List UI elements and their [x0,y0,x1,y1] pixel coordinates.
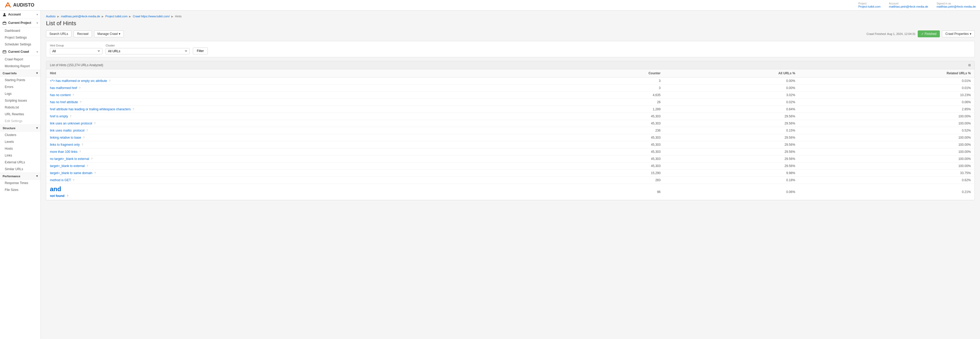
sidebar-item-logs[interactable]: Logs [0,90,40,97]
hint-help-icon[interactable]: ? [86,129,88,132]
sidebar-section-structure[interactable]: Structure ▾ [0,125,40,131]
hint-cell: target=_blank to external ? [46,163,556,170]
all-urls-pct-cell: 29.56% [664,148,799,155]
hint-group-select[interactable]: All [50,48,102,54]
manage-crawl-button[interactable]: Manage Crawl ▾ [94,30,124,37]
hint-cell: has no href attribute ? [46,99,556,106]
related-urls-pct-cell: 33.75% [799,170,974,177]
hint-help-icon[interactable]: ? [82,143,83,146]
sidebar-item-scripting-issues[interactable]: Scripting Issues [0,97,40,104]
logo[interactable]: AUDISTO [4,2,34,9]
cluster-select[interactable]: All URLs [106,48,190,54]
sidebar-item-crawl-report[interactable]: Crawl Report [0,56,40,63]
counter-cell: 4,635 [556,92,664,99]
table-row: and not found ? 96 0.06% 0.21% [46,184,974,200]
hint-cell: <*> has malformed or empty src attribute… [46,78,556,84]
all-urls-pct-cell: 29.56% [664,141,799,148]
signed-in-link[interactable]: matthias.petri@4eck-media.de [937,5,976,8]
filter-button[interactable]: Filter [193,48,208,54]
hint-group-filter: Hint Group All [50,44,102,54]
chevron-icon: ▾ [36,71,38,75]
hint-help-icon[interactable]: ? [91,158,92,160]
sidebar-section-current-crawl[interactable]: Current Crawl ▾ [0,48,40,56]
sidebar-item-hosts[interactable]: Hosts [0,145,40,152]
sidebar-item-robots-txt[interactable]: Robots.txt [0,104,40,111]
sidebar-item-file-sizes[interactable]: File Sizes [0,187,40,193]
hint-help-icon[interactable]: ? [109,79,111,82]
toolbar-left: Search URLs Recrawl Manage Crawl ▾ [46,30,124,37]
hint-cell: href attribute has leading or trailing w… [46,106,556,113]
sidebar-item-external-urls[interactable]: External URLs [0,159,40,166]
chevron-icon: ▾ [37,22,38,24]
table-row: links to fragment only ? 45,303 29.56% 1… [46,141,974,148]
counter-cell: 45,303 [556,155,664,163]
hint-help-icon[interactable]: ? [94,172,96,174]
hint-link[interactable]: <*> has malformed or empty src attribute [50,79,107,83]
breadcrumb-crawl[interactable]: Crawl https://www.tutkit.com/ [133,15,170,18]
hint-link[interactable]: method is GET [50,178,71,182]
counter-cell: 45,303 [556,163,664,170]
sidebar-item-scheduler-settings[interactable]: Scheduler Settings [0,41,40,48]
breadcrumb-current: Hints [175,15,181,18]
account-link[interactable]: matthias.petri@4eck-media.de [889,5,928,8]
chevron-icon: ▾ [37,51,38,53]
sidebar-item-levels[interactable]: Levels [0,138,40,145]
sidebar-item-response-times[interactable]: Response Times [0,180,40,187]
search-urls-button[interactable]: Search URLs [46,30,72,37]
all-urls-pct-cell: 9.98% [664,170,799,177]
sidebar-item-clusters[interactable]: Clusters [0,131,40,138]
hint-help-icon[interactable]: ? [67,195,68,198]
hint-help-icon[interactable]: ? [73,179,74,182]
table-options-icon[interactable]: ⊞ [968,63,971,67]
hint-help-icon[interactable]: ? [80,150,81,154]
sidebar-item-dashboard[interactable]: Dashboard [0,27,40,34]
hint-help-icon[interactable]: ? [87,165,88,168]
toolbar-right: Crawl Finished: Aug 1, 2024, 12:04:31 ✓ … [867,30,975,37]
hint-help-icon[interactable]: ? [79,87,81,90]
sidebar-item-project-settings[interactable]: Project Settings [0,34,40,41]
sidebar-item-edit-settings[interactable]: Edit Settings [0,118,40,125]
hint-help-icon[interactable]: ? [70,115,72,118]
counter-cell: 15,290 [556,170,664,177]
sidebar-section-crawl-info[interactable]: Crawl Info ▾ [0,70,40,77]
sidebar-item-url-rewrites[interactable]: URL Rewrites [0,111,40,118]
col-counter: Counter [556,69,664,78]
hint-help-icon[interactable]: ? [83,136,84,139]
layout: Account ▾ Current Project ▾ Dashboard Pr… [0,11,980,339]
sidebar-section-account[interactable]: Account ▾ [0,11,40,19]
sidebar-item-monitoring-report[interactable]: Monitoring Report [0,63,40,70]
hint-help-icon[interactable]: ? [133,108,134,111]
sidebar-items-structure: Clusters Levels Hosts Links External URL… [0,131,40,173]
related-urls-pct-cell: 0.06% [799,99,974,106]
crawl-properties-button[interactable]: Crawl Properties ▾ [942,30,975,37]
project-link[interactable]: Project tutkit.com [858,5,880,8]
table-row: has malformed href ? 3 0.00% 0.01% [46,84,974,92]
hint-cell: target=_blank to same domain ? [46,170,556,177]
table-row: linking relative to base ? 45,303 29.56%… [46,134,974,141]
sidebar-item-similar-urls[interactable]: Similar URLs [0,166,40,173]
breadcrumb-audisto[interactable]: Audisto [46,15,56,18]
hint-help-icon[interactable]: ? [94,122,95,125]
hint-help-icon[interactable]: ? [80,101,81,104]
related-urls-pct-cell: 0.01% [799,78,974,84]
recrawl-button[interactable]: Recrawl [73,30,92,37]
sidebar-item-links[interactable]: Links [0,152,40,159]
finished-button[interactable]: ✓ Finished [918,30,940,37]
related-urls-pct-cell: 0.01% [799,84,974,92]
sidebar-item-starting-points[interactable]: Starting Points [0,77,40,84]
breadcrumb-project[interactable]: Project tutkit.com [105,15,127,18]
related-urls-pct-cell: 100.00% [799,141,974,148]
sidebar-item-errors[interactable]: Errors [0,84,40,90]
sidebar-section-current-project[interactable]: Current Project ▾ [0,19,40,27]
breadcrumb-account[interactable]: matthias.petri@4eck-media.de [61,15,100,18]
counter-cell: 96 [556,184,664,200]
filter-row: Hint Group All Cluster All URLs Filter [46,41,975,57]
cluster-label: Cluster [106,44,190,47]
toolbar: Search URLs Recrawl Manage Crawl ▾ Crawl… [46,30,975,37]
hint-help-icon[interactable]: ? [73,94,74,97]
sidebar-items-crawl: Crawl Report Monitoring Report [0,56,40,70]
sidebar-section-performance[interactable]: Performance ▾ [0,173,40,180]
cluster-filter: Cluster All URLs [106,44,190,54]
hint-link[interactable]: not found [50,194,64,198]
hint-link[interactable]: and [50,185,552,193]
